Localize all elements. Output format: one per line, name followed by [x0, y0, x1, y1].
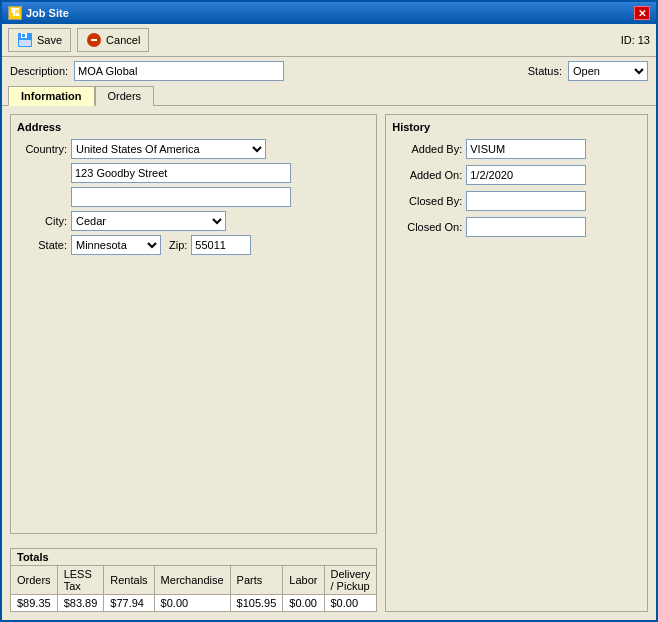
- tabs: Information Orders: [2, 85, 656, 105]
- tab-information[interactable]: Information: [8, 86, 95, 106]
- added-on-input[interactable]: [466, 165, 586, 185]
- val-labor: $0.00: [283, 595, 324, 612]
- val-merchandise: $0.00: [154, 595, 230, 612]
- svg-rect-5: [91, 39, 97, 41]
- toolbar: Save Cancel ID: 13: [2, 24, 656, 57]
- country-label: Country:: [17, 143, 67, 155]
- street2-input[interactable]: [71, 187, 291, 207]
- save-label: Save: [37, 34, 62, 46]
- street1-row: [71, 163, 370, 183]
- added-on-label: Added On:: [392, 169, 462, 181]
- added-by-row: Added By:: [392, 139, 641, 159]
- zip-input[interactable]: [191, 235, 251, 255]
- country-select[interactable]: United States Of America: [71, 139, 266, 159]
- city-row: City: Cedar: [17, 211, 370, 231]
- window-title: Job Site: [26, 7, 69, 19]
- closed-by-input[interactable]: [466, 191, 586, 211]
- state-select[interactable]: Minnesota: [71, 235, 161, 255]
- svg-rect-2: [22, 34, 25, 37]
- state-row: State: Minnesota Zip:: [17, 235, 370, 255]
- title-bar: 🏗 Job Site ✕: [2, 2, 656, 24]
- main-window: 🏗 Job Site ✕ Save Cancel: [0, 0, 658, 622]
- col-parts: Parts: [230, 566, 283, 595]
- closed-on-row: Closed On:: [392, 217, 641, 237]
- svg-rect-3: [19, 40, 31, 46]
- cancel-icon: [86, 32, 102, 48]
- window-icon: 🏗: [8, 6, 22, 20]
- closed-on-label: Closed On:: [392, 221, 462, 233]
- history-title: History: [392, 121, 641, 133]
- save-button[interactable]: Save: [8, 28, 71, 52]
- col-less-tax: LESS Tax: [57, 566, 104, 595]
- two-column-layout: Address Country: United States Of Americ…: [10, 114, 648, 612]
- cancel-label: Cancel: [106, 34, 140, 46]
- val-delivery: $0.00: [324, 595, 376, 612]
- city-select[interactable]: Cedar: [71, 211, 226, 231]
- status-select[interactable]: Open Closed: [568, 61, 648, 81]
- added-by-label: Added By:: [392, 143, 462, 155]
- col-merchandise: Merchandise: [154, 566, 230, 595]
- totals-title: Totals: [11, 549, 376, 566]
- closed-by-row: Closed By:: [392, 191, 641, 211]
- address-title: Address: [17, 121, 370, 133]
- description-input[interactable]: [74, 61, 284, 81]
- state-label: State:: [17, 239, 67, 251]
- history-panel: History Added By: Added On: Closed By: C…: [385, 114, 648, 612]
- col-labor: Labor: [283, 566, 324, 595]
- totals-table: Orders LESS Tax Rentals Merchandise Part…: [11, 566, 376, 611]
- col-rentals: Rentals: [104, 566, 154, 595]
- added-on-row: Added On:: [392, 165, 641, 185]
- col-delivery: Delivery / Pickup: [324, 566, 376, 595]
- zip-label: Zip:: [169, 239, 187, 251]
- col-orders: Orders: [11, 566, 57, 595]
- cancel-button[interactable]: Cancel: [77, 28, 149, 52]
- val-parts: $105.95: [230, 595, 283, 612]
- street2-row: [71, 187, 370, 207]
- added-by-input[interactable]: [466, 139, 586, 159]
- status-label: Status:: [528, 65, 562, 77]
- address-panel: Address Country: United States Of Americ…: [10, 114, 377, 534]
- val-orders: $89.35: [11, 595, 57, 612]
- save-icon: [17, 32, 33, 48]
- description-row: Description: Status: Open Closed: [2, 57, 656, 85]
- totals-panel: Totals Orders LESS Tax Rentals Merchandi…: [10, 548, 377, 612]
- val-rentals: $77.94: [104, 595, 154, 612]
- country-row: Country: United States Of America: [17, 139, 370, 159]
- description-label: Description:: [10, 65, 68, 77]
- closed-on-input[interactable]: [466, 217, 586, 237]
- street1-input[interactable]: [71, 163, 291, 183]
- tab-content-information: Address Country: United States Of Americ…: [2, 105, 656, 620]
- city-label: City:: [17, 215, 67, 227]
- record-id: ID: 13: [621, 34, 650, 46]
- tab-orders[interactable]: Orders: [95, 86, 155, 106]
- closed-by-label: Closed By:: [392, 195, 462, 207]
- val-less-tax: $83.89: [57, 595, 104, 612]
- close-button[interactable]: ✕: [634, 6, 650, 20]
- totals-row: $89.35 $83.89 $77.94 $0.00 $105.95 $0.00…: [11, 595, 376, 612]
